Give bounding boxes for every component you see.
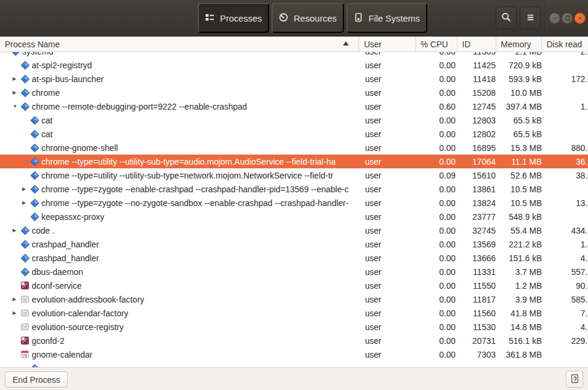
tree-indent <box>0 147 22 148</box>
memory-cell: 720.9 kB <box>499 61 545 70</box>
disk-read-cell: 172.0 <box>545 74 588 84</box>
menu-button[interactable] <box>520 7 541 29</box>
close-button[interactable]: × <box>574 13 586 24</box>
memory-cell: 397.4 MB <box>499 102 545 111</box>
svg-text:28: 28 <box>23 353 28 358</box>
dconf-process-icon <box>20 281 30 291</box>
process-row[interactable]: ▶ evolution-addressbook-factory user 0.0… <box>0 292 588 306</box>
column-header-user[interactable]: User <box>358 37 415 52</box>
user-cell: user <box>361 226 418 235</box>
id-cell: 17064 <box>460 157 499 167</box>
minimize-icon: − <box>553 15 556 22</box>
column-header-disk-read[interactable]: Disk read <box>541 37 588 52</box>
process-row[interactable]: ▼ systemd user 0.00 11305 2.1 MB 2.2 <box>0 52 588 58</box>
process-row[interactable]: ▶ chrome --type=zygote --enable-crashpad… <box>0 182 588 196</box>
end-process-button[interactable]: End Process <box>5 371 68 388</box>
cpu-cell: 0.00 <box>418 322 460 332</box>
process-row[interactable]: cat user 0.00 12802 65.5 kB <box>0 127 588 141</box>
process-row[interactable]: 28 gnome-calendar user 0.00 7303 361.8 M… <box>0 347 588 361</box>
tree-expander-icon[interactable]: ▶ <box>22 200 30 205</box>
process-row[interactable]: ▶ chrome user 0.00 15208 10.0 MB <box>0 86 588 99</box>
process-row[interactable]: at-spi2-registryd user 0.00 11425 720.9 … <box>0 58 588 72</box>
process-row[interactable]: chrome-gnome-shell user 0.00 16895 15.3 … <box>0 141 588 155</box>
process-name-cell: gconfd-2 <box>0 336 361 346</box>
process-row[interactable]: cat user 0.00 12803 65.5 kB <box>0 113 588 127</box>
process-row[interactable]: chrome --type=utility --utility-sub-type… <box>0 168 588 182</box>
user-cell: user <box>361 61 418 70</box>
tree-indent <box>0 65 12 65</box>
tree-expander-icon[interactable]: ▶ <box>12 297 20 302</box>
column-header-id[interactable]: ID <box>457 37 496 52</box>
disk-read-cell: 434.2 <box>545 226 588 235</box>
user-cell: user <box>361 336 418 346</box>
process-row[interactable]: ▶ code . user 0.00 32745 55.4 MB 434.2 <box>0 223 588 237</box>
process-row[interactable]: ▶ evolution-calendar-factory user 0.00 1… <box>0 306 588 320</box>
column-header-process-name[interactable]: Process Name <box>0 37 358 52</box>
process-row[interactable]: dconf-service user 0.00 11550 1.2 MB 90.… <box>0 279 588 292</box>
tree-expander-icon[interactable]: ▶ <box>12 76 20 81</box>
mail-process-icon <box>20 322 30 332</box>
app-process-icon <box>20 61 30 70</box>
disk-read-cell: 7.7 <box>545 309 588 318</box>
tree-expander-icon[interactable]: ▶ <box>12 228 20 233</box>
tree-expander-icon[interactable]: ▶ <box>12 310 20 316</box>
process-name-cell: chrome-gnome-shell <box>0 143 361 153</box>
id-cell: 13824 <box>460 198 499 208</box>
process-row-selected[interactable]: chrome --type=utility --utility-sub-type… <box>0 155 588 168</box>
memory-cell: 2.1 MB <box>499 52 545 56</box>
memory-cell: 10.0 MB <box>499 88 545 98</box>
app-process-icon <box>20 102 30 111</box>
tree-indent <box>0 340 12 341</box>
memory-cell: 10.5 MB <box>499 198 545 208</box>
tree-expander-icon[interactable]: ▼ <box>12 104 20 109</box>
column-header-memory[interactable]: Memory <box>496 37 541 52</box>
process-name-cell: chrome --type=utility --utility-sub-type… <box>0 171 361 180</box>
process-row[interactable]: dbus-daemon user 0.00 11331 3.7 MB 557.1 <box>0 265 588 279</box>
id-cell: 12802 <box>460 129 499 139</box>
process-row[interactable]: ▶ at-spi-bus-launcher user 0.00 11418 59… <box>0 72 588 86</box>
column-header-cpu[interactable]: % CPU <box>415 37 457 52</box>
search-button[interactable] <box>496 7 517 29</box>
tree-expander-icon[interactable]: ▶ <box>12 90 20 95</box>
process-row[interactable]: ▼ chrome --remote-debugging-port=9222 --… <box>0 99 588 113</box>
tree-expander-icon[interactable]: ▼ <box>2 52 11 54</box>
column-label: ID <box>462 40 471 49</box>
cpu-cell: 0.00 <box>418 88 460 98</box>
tab-resources[interactable]: Resources <box>272 3 344 33</box>
app-process-icon <box>11 52 20 56</box>
tab-file-systems[interactable]: File Systems <box>346 3 427 33</box>
disk-read-cell: 36.9 <box>545 157 588 167</box>
process-name-cell: dbus-daemon <box>0 267 361 277</box>
tree-indent <box>0 161 22 162</box>
minimize-button[interactable]: − <box>549 13 560 24</box>
process-row[interactable]: evolution-source-registry user 0.00 1153… <box>0 320 588 334</box>
memory-cell: 11.1 MB <box>499 157 545 167</box>
cpu-cell: 0.00 <box>418 198 460 208</box>
memory-cell: 15.3 MB <box>499 143 545 153</box>
process-name-cell: cat <box>0 129 361 139</box>
tree-expander-icon[interactable]: ▶ <box>22 186 30 192</box>
process-row[interactable]: gconfd-2 user 0.00 20731 516.1 kB 229.4 <box>0 334 588 347</box>
process-row[interactable]: ▶ chrome --type=zygote --no-zygote-sandb… <box>0 196 588 210</box>
cpu-cell: 0.00 <box>418 350 460 359</box>
maximize-button[interactable] <box>562 13 573 24</box>
disk-read-cell: 557.1 <box>545 267 588 277</box>
process-row[interactable]: crashpad_handler user 0.00 13569 221.2 k… <box>0 237 588 251</box>
cpu-cell: 0.00 <box>418 52 460 56</box>
process-name-cell: evolution-source-registry <box>0 322 361 332</box>
process-row[interactable] <box>0 361 588 367</box>
tree-indent <box>0 78 12 79</box>
process-row[interactable]: crashpad_handler user 0.00 13666 151.6 k… <box>0 251 588 265</box>
dconf-process-icon <box>20 336 30 346</box>
tab-processes[interactable]: Processes <box>198 3 269 33</box>
disk-read-cell: 4.1 <box>545 322 588 332</box>
process-properties-button[interactable] <box>566 371 583 388</box>
process-row[interactable]: keepassxc-proxy user 0.00 23777 548.9 kB <box>0 210 588 223</box>
cpu-cell: 0.00 <box>418 185 460 194</box>
id-cell: 12803 <box>460 116 499 125</box>
cpu-cell: 0.00 <box>418 74 460 84</box>
memory-cell: 10.5 MB <box>499 185 545 194</box>
app-process-icon <box>30 198 40 208</box>
app-process-icon <box>30 129 40 139</box>
cpu-cell: 0.00 <box>418 61 460 70</box>
